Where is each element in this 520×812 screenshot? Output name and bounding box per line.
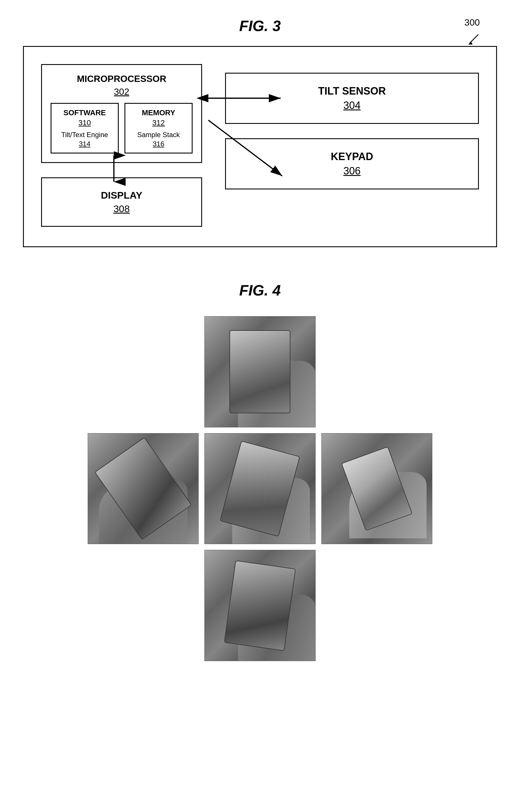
fig3-title: FIG. 3	[23, 17, 497, 34]
fig4-title: FIG. 4	[23, 282, 497, 299]
phone-image-top	[204, 316, 316, 427]
outer-box: MICROPROCESSOR 302 SOFTWARE 310 Tilt/Tex…	[23, 46, 497, 247]
tilt-engine-label: Tilt/Text Engine	[57, 131, 112, 139]
phone-grid	[88, 316, 433, 661]
ref-300-arrow	[467, 32, 481, 46]
memory-ref: 312	[131, 119, 186, 127]
phone-image-left	[88, 433, 199, 544]
software-title: SOFTWARE	[57, 108, 112, 117]
keypad-title: KEYPAD	[243, 151, 461, 163]
memory-box: MEMORY 312 Sample Stack 316	[125, 103, 192, 154]
phone-image-center	[204, 433, 316, 544]
display-title: DISPLAY	[51, 190, 192, 201]
software-ref: 310	[57, 119, 112, 127]
sample-stack-ref: 316	[131, 140, 186, 148]
page: FIG. 3 300 MICROPROCESSOR 302 SOFTWAR	[0, 0, 520, 812]
keypad-ref: 306	[243, 165, 461, 177]
sub-boxes: SOFTWARE 310 Tilt/Text Engine 314 MEMORY…	[51, 103, 192, 154]
display-ref: 308	[51, 203, 192, 214]
display-box: DISPLAY 308	[41, 177, 202, 227]
fig3-section: FIG. 3 300 MICROPROCESSOR 302 SOFTWAR	[23, 17, 497, 247]
left-side: MICROPROCESSOR 302 SOFTWARE 310 Tilt/Tex…	[41, 64, 202, 227]
software-box: SOFTWARE 310 Tilt/Text Engine 314	[51, 103, 119, 154]
phone-image-right	[321, 433, 433, 544]
tilt-engine-ref: 314	[57, 140, 112, 148]
sample-stack-label: Sample Stack	[131, 131, 186, 139]
microprocessor-title: MICROPROCESSOR	[51, 74, 192, 84]
right-side: TILT SENSOR 304 KEYPAD 306	[225, 64, 479, 189]
phone-image-bottom	[204, 550, 316, 661]
tilt-sensor-title: TILT SENSOR	[243, 85, 461, 97]
tilt-sensor-ref: 304	[243, 100, 461, 111]
fig3-ref-number: 300	[465, 17, 480, 28]
microprocessor-ref: 302	[51, 86, 192, 97]
microprocessor-box: MICROPROCESSOR 302 SOFTWARE 310 Tilt/Tex…	[41, 64, 202, 163]
tilt-sensor-box: TILT SENSOR 304	[225, 73, 479, 124]
memory-title: MEMORY	[131, 108, 186, 117]
fig4-section: FIG. 4	[23, 282, 497, 661]
keypad-box: KEYPAD 306	[225, 138, 479, 189]
